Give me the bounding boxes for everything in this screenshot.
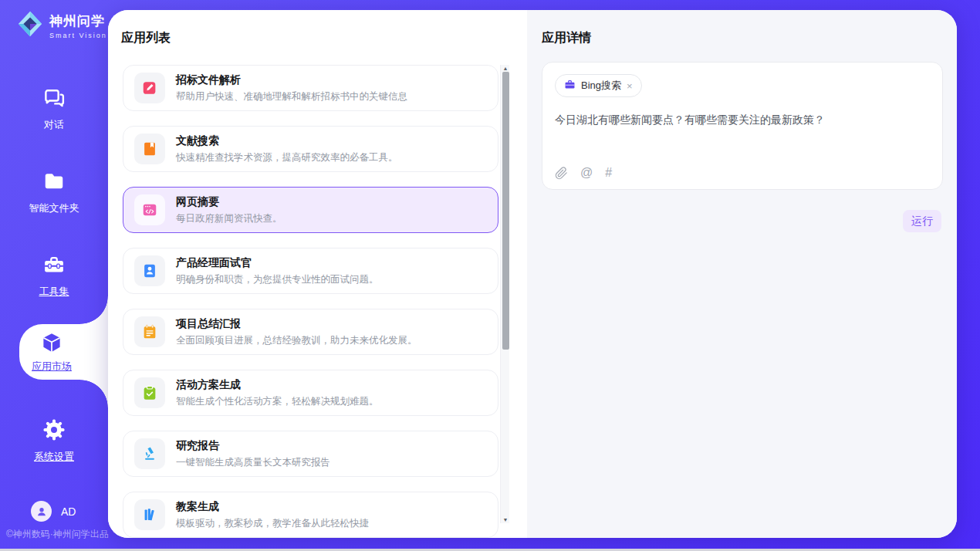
chat-icon (42, 86, 66, 113)
close-icon[interactable]: × (627, 80, 633, 92)
app-card-title: 活动方案生成 (176, 378, 379, 392)
app-card-description: 一键智能生成高质量长文本研究报告 (176, 456, 330, 469)
sidebar-item-label: 对话 (44, 118, 64, 132)
app-card-title: 网页摘要 (176, 195, 282, 209)
app-card-title: 研究报告 (176, 439, 330, 453)
sidebar-item-label: 系统设置 (34, 450, 74, 464)
app-list: 招标文件解析 帮助用户快速、准确地理解和解析招标书中的关键信息 文献搜索 快速精… (108, 65, 527, 538)
app-detail-title: 应用详情 (542, 30, 591, 46)
hashtag-icon[interactable]: # (605, 166, 612, 180)
active-tab-curve-top (80, 296, 108, 324)
input-toolbar: @ # (555, 166, 612, 180)
main-panel: 应用列表 招标文件解析 帮助用户快速、准确地理解和解析招标书中的关键信息 (108, 10, 957, 538)
folder-icon (42, 170, 66, 196)
sidebar: 神州问学 Smart Vision 对话 智能文件夹 (0, 0, 108, 551)
app-card-description: 快速精准查找学术资源，提高研究效率的必备工具。 (176, 151, 398, 164)
query-text-input[interactable]: 今日湖北有哪些新闻要点？有哪些需要关注的最新政策？ (555, 113, 925, 127)
app-card-description: 模板驱动，教案秒成，教学准备从此轻松快捷 (176, 517, 369, 530)
scroll-down-icon[interactable]: ▼ (501, 516, 510, 523)
app-card-title: 招标文件解析 (176, 73, 407, 87)
gear-icon (42, 418, 66, 445)
user-account[interactable]: AD (31, 501, 76, 522)
brand-logo: 神州问学 Smart Vision (15, 9, 107, 42)
run-button[interactable]: 运行 (903, 210, 941, 232)
app-card-lesson-plan[interactable]: 教案生成 模板驱动，教案秒成，教学准备从此轻松快捷 (123, 492, 498, 538)
book-icon (134, 134, 165, 164)
app-card-literature-search[interactable]: 文献搜索 快速精准查找学术资源，提高研究效率的必备工具。 (123, 126, 498, 172)
briefcase-icon (564, 79, 576, 93)
avatar (31, 501, 52, 522)
sidebar-item-label: 应用市场 (32, 360, 72, 374)
sidebar-item-settings[interactable]: 系统设置 (0, 418, 108, 464)
app-card-activity-plan[interactable]: 活动方案生成 智能生成个性化活动方案，轻松解决规划难题。 (123, 370, 498, 416)
scrollbar-thumb[interactable] (502, 72, 509, 350)
app-card-description: 智能生成个性化活动方案，轻松解决规划难题。 (176, 395, 379, 408)
bid-document-icon (134, 73, 165, 103)
app-card-title: 项目总结汇报 (176, 317, 417, 331)
app-detail-section: 应用详情 Bing搜索 × 今日湖北有哪些新闻要点？有哪些需要关注的最新政策？ (527, 10, 957, 538)
app-card-description: 每日政府新闻资讯快查。 (176, 212, 282, 225)
mention-icon[interactable]: @ (580, 166, 593, 180)
app-card-description: 帮助用户快速、准确地理解和解析招标书中的关键信息 (176, 90, 407, 103)
diamond-logo-icon (15, 9, 45, 42)
scroll-up-icon[interactable]: ▲ (501, 65, 510, 72)
tool-chip-label: Bing搜索 (581, 79, 621, 93)
user-initials: AD (61, 505, 76, 518)
sidebar-item-app-market[interactable]: 应用市场 (19, 324, 108, 380)
clipboard-check-icon (134, 377, 165, 408)
app-card-pm-interviewer[interactable]: 产品经理面试官 明确身份和职责，为您提供专业性的面试问题。 (123, 248, 498, 294)
app-list-title: 应用列表 (121, 30, 171, 46)
toolbox-icon (42, 253, 66, 279)
sidebar-item-toolset[interactable]: 工具集 (0, 253, 108, 299)
interviewer-icon (134, 255, 165, 286)
browser-code-icon (134, 194, 165, 225)
app-card-title: 文献搜索 (176, 134, 398, 148)
microscope-icon (134, 438, 165, 469)
app-card-web-summary[interactable]: 网页摘要 每日政府新闻资讯快查。 (123, 187, 498, 233)
app-list-scrollbar[interactable]: ▲ ▼ (500, 65, 509, 523)
app-list-section: 应用列表 招标文件解析 帮助用户快速、准确地理解和解析招标书中的关键信息 (108, 10, 527, 538)
active-tab-curve-bottom (80, 380, 108, 407)
books-icon (134, 499, 165, 530)
sidebar-item-smart-folder[interactable]: 智能文件夹 (0, 170, 108, 215)
cube-icon (40, 331, 63, 357)
app-card-title: 产品经理面试官 (176, 256, 379, 270)
sidebar-item-label: 智能文件夹 (29, 201, 79, 215)
app-card-title: 教案生成 (176, 500, 369, 514)
app-card-description: 明确身份和职责，为您提供专业性的面试问题。 (176, 273, 379, 286)
tool-chip-bing-search[interactable]: Bing搜索 × (555, 74, 642, 97)
app-card-project-summary[interactable]: 项目总结汇报 全面回顾项目进展，总结经验教训，助力未来优化发展。 (123, 309, 498, 355)
sidebar-item-label: 工具集 (39, 285, 69, 299)
brand-subtitle: Smart Vision (49, 32, 107, 39)
notepad-icon (134, 316, 165, 347)
copyright-text: ©神州数码·神州问学出品 (6, 528, 109, 541)
app-card-bid-analysis[interactable]: 招标文件解析 帮助用户快速、准确地理解和解析招标书中的关键信息 (123, 65, 498, 111)
paperclip-icon[interactable] (555, 167, 568, 180)
app-card-research-report[interactable]: 研究报告 一键智能生成高质量长文本研究报告 (123, 431, 498, 477)
sidebar-item-chat[interactable]: 对话 (0, 86, 108, 132)
brand-name: 神州问学 (49, 12, 107, 30)
app-card-description: 全面回顾项目进展，总结经验教训，助力未来优化发展。 (176, 334, 417, 347)
prompt-input-card: Bing搜索 × 今日湖北有哪些新闻要点？有哪些需要关注的最新政策？ @ # (542, 62, 943, 190)
